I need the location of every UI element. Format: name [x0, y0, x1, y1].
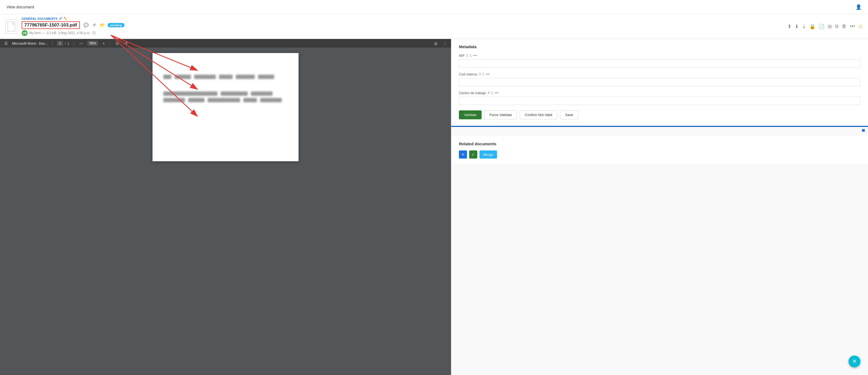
- blue-dot-container: [451, 127, 868, 134]
- doc-inline-actions: 💬 ↺ 📁 pending: [83, 22, 125, 29]
- cod-interno-input[interactable]: [459, 78, 861, 86]
- user-icon[interactable]: 👤: [856, 4, 862, 10]
- save-button[interactable]: Save: [560, 110, 579, 119]
- right-panel: Metadata NIF 2 1 ••• Cod Interno 3: [451, 39, 868, 375]
- file-icon[interactable]: 📄: [818, 24, 825, 29]
- centro-trabajo-num2: 1: [491, 91, 493, 95]
- upload-icon[interactable]: ⬆: [787, 24, 792, 29]
- check-related-button[interactable]: ✓: [469, 150, 477, 158]
- centro-trabajo-options-icon[interactable]: •••: [495, 91, 499, 95]
- app-title: View document: [6, 5, 34, 9]
- related-documents-section: Related documents + ✓ Merge: [451, 136, 868, 164]
- doc-icon: [5, 20, 17, 33]
- blur-chunk: [163, 98, 185, 102]
- pdf-menu-button[interactable]: ☰: [3, 40, 9, 46]
- merge-button[interactable]: Merge: [479, 150, 497, 158]
- validate-button[interactable]: Validate: [459, 110, 482, 119]
- blur-chunk: [258, 75, 274, 79]
- blue-indicator: [862, 129, 865, 132]
- close-button[interactable]: ✕: [848, 355, 861, 368]
- blur-chunk: [194, 75, 216, 79]
- blur-chunk: [163, 75, 172, 79]
- doc-date: 3 May 2021, 4:56 p.m.: [58, 31, 90, 35]
- force-validate-button[interactable]: Force Validate: [484, 110, 517, 119]
- pdf-doc-title: Microsoft Word - Doc...: [12, 41, 48, 46]
- refresh-button[interactable]: ↺: [91, 22, 97, 29]
- avatar: VM: [22, 30, 28, 36]
- pdf-blurred-row-3: [163, 98, 288, 102]
- nif-num1: 2: [466, 54, 468, 57]
- doc-filename: 77796765F-1507-103.pdf: [22, 21, 80, 29]
- breadcrumb: GENERAL DOCUMENTS 🔗 ✏️: [22, 17, 783, 20]
- folder-button[interactable]: 📁: [99, 22, 106, 29]
- zoom-in-button[interactable]: +: [101, 40, 106, 46]
- pdf-page-info: 1 / 1: [57, 41, 69, 46]
- nif-num2: 1: [470, 54, 472, 57]
- blur-chunk: [260, 98, 282, 102]
- more-options-button[interactable]: ⋮: [442, 40, 448, 46]
- status-badge: pending: [107, 23, 125, 27]
- print-button[interactable]: 🖨: [433, 40, 439, 46]
- nif-label-text: NIF: [459, 54, 465, 58]
- trash-icon[interactable]: 🗑: [842, 24, 847, 29]
- link-icon: 🔗: [59, 17, 62, 20]
- add-related-button[interactable]: +: [459, 150, 467, 158]
- more-icon[interactable]: •••: [850, 24, 855, 29]
- centro-trabajo-label-text: Centro de trabajo: [459, 91, 486, 95]
- blur-chunk: [208, 98, 240, 102]
- centro-trabajo-field: Centro de trabajo 4 1 •••: [459, 91, 861, 105]
- download-icon[interactable]: ⬇: [795, 24, 799, 29]
- doc-info: GENERAL DOCUMENTS 🔗 ✏️ 77796765F-1507-10…: [22, 17, 783, 36]
- header-icons: 👤: [856, 4, 862, 10]
- cod-interno-num1: 3: [479, 72, 481, 76]
- cod-interno-field: Cod Interno 3 1 •••: [459, 72, 861, 86]
- blur-chunk: [243, 98, 257, 102]
- grid-icon[interactable]: ⊞: [828, 24, 832, 29]
- pdf-content: [0, 48, 451, 375]
- pdf-blurred-row-1: [163, 75, 288, 79]
- comment-button[interactable]: 💬: [83, 22, 90, 29]
- fit-page-button[interactable]: ⊡: [115, 40, 120, 46]
- blur-chunk: [175, 75, 191, 79]
- centro-trabajo-input[interactable]: [459, 96, 861, 105]
- pdf-blurred-row-2: [163, 91, 288, 96]
- download-alt-icon[interactable]: ⤓: [802, 24, 806, 29]
- lock-icon[interactable]: 🔒: [809, 24, 815, 29]
- content-area: ☰ Microsoft Word - Doc... 1 / 1 — 95% + …: [0, 39, 868, 375]
- centro-trabajo-label: Centro de trabajo 4 1 •••: [459, 91, 861, 95]
- page-separator: /: [65, 41, 66, 46]
- blur-chunk: [236, 75, 255, 79]
- action-buttons: Validate Force Validate Confirm Not Vali…: [459, 110, 861, 119]
- document-header: GENERAL DOCUMENTS 🔗 ✏️ 77796765F-1507-10…: [0, 14, 868, 39]
- cod-interno-num2: 1: [483, 72, 484, 76]
- filename-row: 77796765F-1507-103.pdf 💬 ↺ 📁 pending: [22, 21, 783, 29]
- cod-interno-label: Cod Interno 3 1 •••: [459, 72, 861, 76]
- toolbar-icons: ⬆ ⬇ ⤓ 🔒 📄 ⊞ ⧉ 🗑 ••• ⚠: [787, 24, 863, 29]
- warning-icon[interactable]: ⚠: [858, 24, 863, 29]
- copy-icon[interactable]: ⧉: [835, 24, 839, 29]
- pdf-toolbar: ☰ Microsoft Word - Doc... 1 / 1 — 95% + …: [0, 39, 451, 48]
- blur-chunk: [188, 98, 205, 102]
- history-icon[interactable]: 🕐: [92, 31, 96, 35]
- pdf-zoom: 95%: [87, 41, 98, 46]
- rotate-button[interactable]: ↺: [123, 40, 129, 46]
- cod-interno-options-icon[interactable]: •••: [486, 72, 490, 76]
- zoom-out-button[interactable]: —: [78, 40, 84, 46]
- confirm-not-valid-button[interactable]: Confirm Not Valid: [520, 110, 557, 119]
- nif-options-icon[interactable]: •••: [473, 53, 477, 58]
- app-header: View document 👤: [0, 0, 868, 14]
- blur-chunk: [219, 75, 232, 79]
- related-buttons: + ✓ Merge: [459, 150, 861, 158]
- centro-trabajo-num1: 4: [488, 91, 490, 95]
- doc-form-label: My form —: [29, 31, 45, 35]
- cod-interno-label-text: Cod Interno: [459, 72, 477, 76]
- nif-input[interactable]: [459, 59, 861, 68]
- pdf-viewer-panel: ☰ Microsoft Word - Doc... 1 / 1 — 95% + …: [0, 39, 451, 375]
- blur-chunk: [221, 91, 248, 96]
- pdf-page: [153, 53, 299, 161]
- doc-icon-inner: [7, 22, 15, 31]
- edit-icon: ✏️: [64, 17, 67, 20]
- main-container: GENERAL DOCUMENTS 🔗 ✏️ 77796765F-1507-10…: [0, 14, 868, 375]
- blur-chunk: [251, 91, 273, 96]
- related-documents-title: Related documents: [459, 142, 861, 146]
